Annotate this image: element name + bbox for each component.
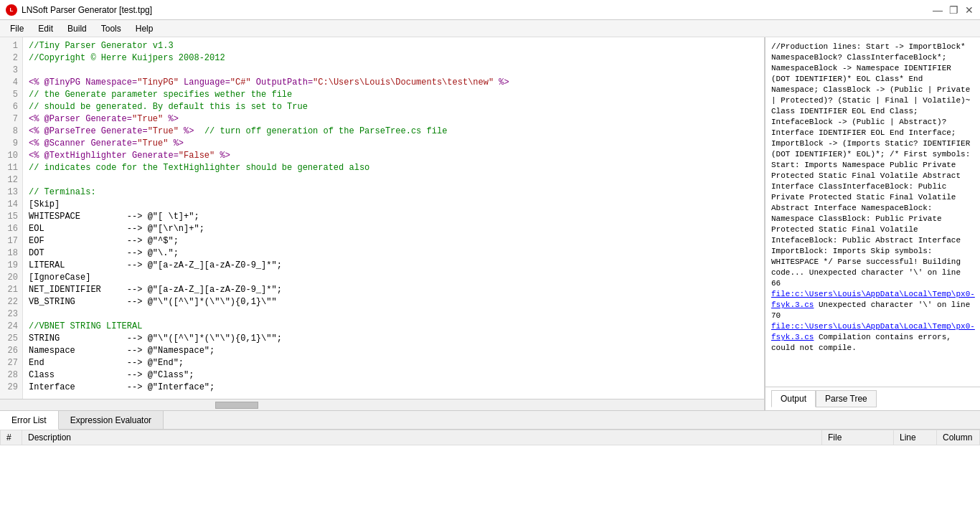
menu-edit[interactable]: Edit	[31, 22, 60, 35]
bottom-content: # Description File Line Column	[0, 430, 980, 525]
tab-output[interactable]: Output	[771, 390, 816, 407]
window-title: LNSoft Parser Generator [test.tpg]	[22, 5, 152, 15]
col-header-line: Line	[894, 430, 937, 445]
window-controls: — ❐ ✕	[933, 5, 974, 15]
col-header-file: File	[822, 430, 894, 445]
tab-expression-evaluator[interactable]: Expression Evaluator	[59, 411, 164, 429]
right-panel-output[interactable]: //Production lines: Start -> ImportBlock…	[765, 37, 980, 387]
maximize-button[interactable]: ❐	[948, 5, 958, 15]
bottom-tabs: Error List Expression Evaluator	[0, 411, 980, 430]
code-content[interactable]: //Tiny Parser Generator v1.3 //Copyright…	[23, 37, 764, 399]
menu-tools[interactable]: Tools	[94, 22, 128, 35]
bottom-panel: Error List Expression Evaluator # Descri…	[0, 410, 980, 525]
col-header-description: Description	[22, 430, 822, 445]
minimize-button[interactable]: —	[933, 5, 943, 15]
col-header-num: #	[1, 430, 22, 445]
code-editor: 12345 678910 1112131415 1617181920 21222…	[0, 37, 765, 410]
title-bar: L LNSoft Parser Generator [test.tpg] — ❐…	[0, 0, 980, 20]
right-panel: //Production lines: Start -> ImportBlock…	[765, 37, 980, 410]
menu-help[interactable]: Help	[128, 22, 161, 35]
menu-build[interactable]: Build	[60, 22, 94, 35]
tab-error-list[interactable]: Error List	[0, 411, 59, 430]
horizontal-scrollbar[interactable]	[0, 399, 764, 410]
line-numbers: 12345 678910 1112131415 1617181920 21222…	[0, 37, 23, 399]
col-header-column: Column	[937, 430, 980, 445]
main-area: 12345 678910 1112131415 1617181920 21222…	[0, 37, 980, 410]
error-table: # Description File Line Column	[0, 430, 980, 445]
h-scrollbar-thumb[interactable]	[215, 402, 258, 409]
tab-parse-tree[interactable]: Parse Tree	[816, 390, 877, 407]
menu-bar: File Edit Build Tools Help	[0, 20, 980, 37]
app-icon: L	[6, 4, 17, 16]
title-bar-left: L LNSoft Parser Generator [test.tpg]	[6, 4, 152, 16]
menu-file[interactable]: File	[3, 22, 31, 35]
code-scroll-area[interactable]: 12345 678910 1112131415 1617181920 21222…	[0, 37, 764, 399]
close-button[interactable]: ✕	[964, 5, 974, 15]
right-panel-tabs: Output Parse Tree	[765, 387, 980, 410]
